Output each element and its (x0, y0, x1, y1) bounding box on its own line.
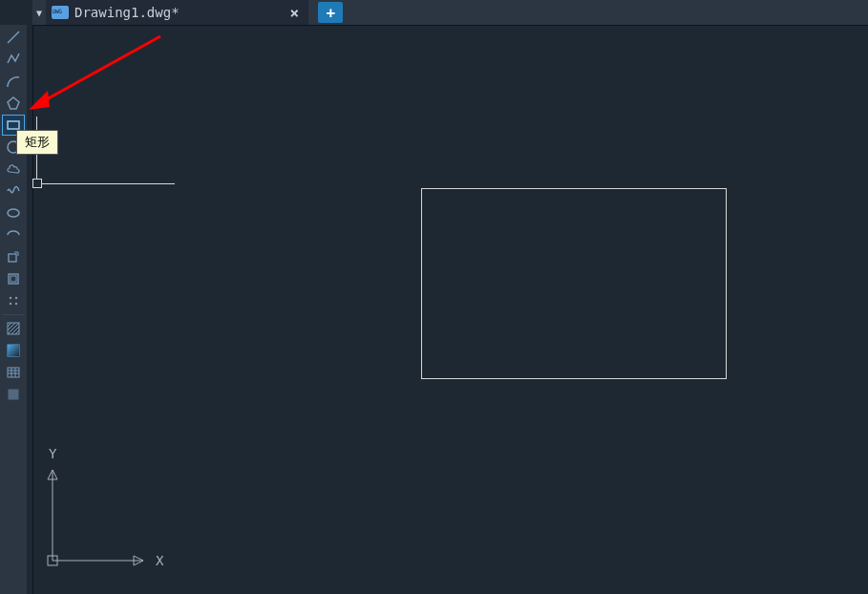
svg-point-9 (15, 297, 17, 299)
crosshair-horizontal (41, 183, 175, 184)
table-tool[interactable] (2, 362, 25, 383)
y-axis-label: Y (49, 446, 57, 461)
tab-dropdown-icon[interactable]: ▼ (32, 0, 46, 25)
svg-marker-1 (8, 97, 19, 109)
svg-rect-25 (9, 390, 18, 399)
ellipse-tool[interactable] (2, 202, 25, 223)
svg-rect-2 (8, 121, 19, 129)
draw-toolbar (0, 25, 27, 594)
svg-line-16 (11, 327, 19, 334)
svg-line-0 (8, 32, 19, 43)
rectangle-tooltip: 矩形 (16, 130, 58, 155)
x-axis-label: X (156, 553, 164, 568)
svg-line-14 (8, 323, 15, 330)
svg-rect-5 (9, 254, 16, 262)
svg-rect-19 (8, 345, 19, 356)
polyline-tool[interactable] (2, 49, 25, 70)
svg-point-8 (10, 297, 11, 299)
ucs-icon: X Y (38, 441, 181, 584)
tab-bar: ▼ Drawing1.dwg* × + (32, 0, 868, 25)
drawn-rectangle (421, 188, 727, 379)
hatch-tool[interactable] (2, 318, 25, 339)
svg-rect-20 (8, 368, 19, 377)
close-tab-icon[interactable]: × (185, 4, 300, 22)
point-tool[interactable] (2, 290, 25, 311)
gradient-tool[interactable] (2, 340, 25, 361)
region-tool[interactable] (2, 384, 25, 405)
line-tool[interactable] (2, 27, 25, 48)
arc-tool[interactable] (2, 71, 25, 92)
document-tab[interactable]: Drawing1.dwg* × (46, 0, 308, 25)
svg-point-11 (15, 303, 17, 305)
spline-tool[interactable] (2, 180, 25, 202)
svg-point-4 (8, 209, 19, 217)
svg-line-17 (15, 330, 19, 334)
toolbar-separator (3, 314, 24, 315)
insert-block-tool[interactable] (2, 246, 25, 267)
polygon-tool[interactable] (2, 93, 25, 114)
dwg-file-icon (52, 6, 69, 19)
ellipse-arc-tool[interactable] (2, 224, 25, 245)
create-block-tool[interactable] (2, 268, 25, 289)
svg-line-13 (8, 323, 11, 327)
svg-point-10 (10, 303, 11, 305)
cloud-tool[interactable] (2, 159, 25, 180)
svg-rect-7 (11, 276, 16, 282)
new-tab-button[interactable]: + (318, 2, 343, 23)
drawing-canvas[interactable]: X Y (32, 25, 868, 594)
tab-title: Drawing1.dwg* (74, 5, 180, 20)
